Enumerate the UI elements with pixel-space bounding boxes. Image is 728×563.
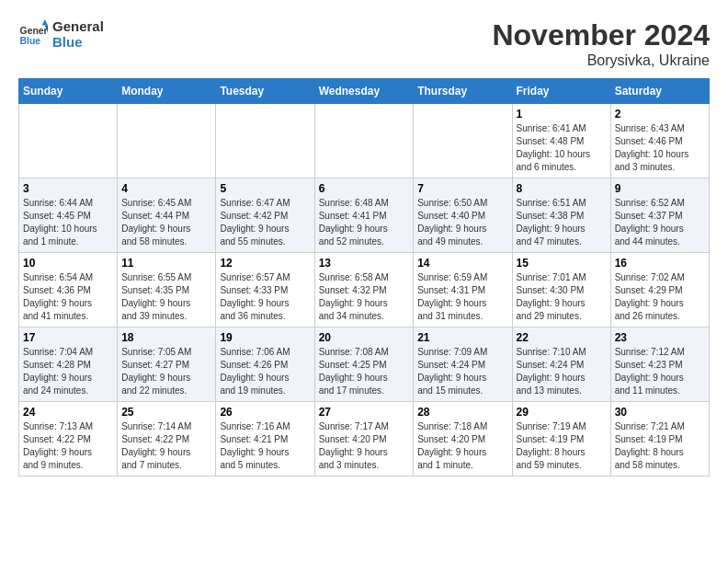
calendar-cell: 22Sunrise: 7:10 AMSunset: 4:24 PMDayligh…	[512, 327, 610, 402]
day-info: Sunrise: 7:13 AMSunset: 4:22 PMDaylight:…	[23, 420, 113, 472]
calendar-cell: 30Sunrise: 7:21 AMSunset: 4:19 PMDayligh…	[610, 402, 709, 477]
calendar-cell	[19, 104, 118, 178]
calendar-cell: 19Sunrise: 7:06 AMSunset: 4:26 PMDayligh…	[216, 327, 314, 402]
day-info: Sunrise: 6:57 AMSunset: 4:33 PMDaylight:…	[220, 271, 310, 323]
calendar-cell	[118, 104, 216, 178]
day-number: 7	[417, 182, 507, 195]
weekday-monday: Monday	[118, 79, 216, 104]
day-info: Sunrise: 6:55 AMSunset: 4:35 PMDaylight:…	[121, 271, 211, 323]
calendar-cell: 2Sunrise: 6:43 AMSunset: 4:46 PMDaylight…	[610, 104, 709, 178]
day-number: 12	[220, 257, 310, 270]
day-number: 6	[319, 182, 410, 195]
calendar-body: 1Sunrise: 6:41 AMSunset: 4:48 PMDaylight…	[19, 104, 710, 477]
day-number: 28	[417, 406, 507, 419]
day-number: 14	[417, 257, 507, 270]
calendar-week-1: 1Sunrise: 6:41 AMSunset: 4:48 PMDaylight…	[19, 104, 710, 178]
day-info: Sunrise: 7:19 AMSunset: 4:19 PMDaylight:…	[517, 420, 607, 472]
day-info: Sunrise: 7:05 AMSunset: 4:27 PMDaylight:…	[121, 346, 211, 397]
day-number: 4	[121, 182, 211, 195]
day-number: 18	[121, 331, 211, 344]
calendar-cell: 3Sunrise: 6:44 AMSunset: 4:45 PMDaylight…	[19, 178, 118, 253]
weekday-sunday: Sunday	[19, 79, 118, 104]
weekday-tuesday: Tuesday	[216, 79, 314, 104]
calendar-cell: 4Sunrise: 6:45 AMSunset: 4:44 PMDaylight…	[118, 178, 216, 253]
day-number: 30	[615, 406, 705, 419]
day-info: Sunrise: 7:09 AMSunset: 4:24 PMDaylight:…	[417, 346, 507, 397]
calendar-week-3: 10Sunrise: 6:54 AMSunset: 4:36 PMDayligh…	[19, 253, 710, 327]
day-info: Sunrise: 7:16 AMSunset: 4:21 PMDaylight:…	[220, 420, 310, 472]
svg-marker-2	[42, 19, 48, 25]
day-info: Sunrise: 6:52 AMSunset: 4:37 PMDaylight:…	[615, 197, 705, 248]
calendar-week-2: 3Sunrise: 6:44 AMSunset: 4:45 PMDaylight…	[19, 178, 710, 253]
calendar-cell: 8Sunrise: 6:51 AMSunset: 4:38 PMDaylight…	[512, 178, 610, 253]
day-number: 13	[319, 257, 410, 270]
day-info: Sunrise: 7:02 AMSunset: 4:29 PMDaylight:…	[615, 271, 705, 323]
calendar-cell: 27Sunrise: 7:17 AMSunset: 4:20 PMDayligh…	[314, 402, 414, 477]
calendar-cell	[414, 104, 512, 178]
day-info: Sunrise: 7:14 AMSunset: 4:22 PMDaylight:…	[121, 420, 211, 472]
day-info: Sunrise: 7:01 AMSunset: 4:30 PMDaylight:…	[517, 271, 607, 323]
day-info: Sunrise: 7:06 AMSunset: 4:26 PMDaylight:…	[220, 346, 310, 397]
day-info: Sunrise: 7:21 AMSunset: 4:19 PMDaylight:…	[615, 420, 705, 472]
weekday-header-row: SundayMondayTuesdayWednesdayThursdayFrid…	[19, 79, 710, 104]
calendar-cell: 13Sunrise: 6:58 AMSunset: 4:32 PMDayligh…	[314, 253, 414, 327]
day-info: Sunrise: 6:54 AMSunset: 4:36 PMDaylight:…	[23, 271, 113, 323]
title-block: November 2024 Borysivka, Ukraine	[492, 18, 710, 69]
calendar-cell: 29Sunrise: 7:19 AMSunset: 4:19 PMDayligh…	[512, 402, 610, 477]
day-number: 17	[23, 331, 113, 344]
svg-text:General: General	[20, 26, 48, 36]
day-info: Sunrise: 7:18 AMSunset: 4:20 PMDaylight:…	[417, 420, 507, 472]
calendar-cell: 26Sunrise: 7:16 AMSunset: 4:21 PMDayligh…	[216, 402, 314, 477]
logo-icon: General Blue	[18, 19, 48, 49]
day-info: Sunrise: 6:50 AMSunset: 4:40 PMDaylight:…	[417, 197, 507, 248]
day-info: Sunrise: 6:41 AMSunset: 4:48 PMDaylight:…	[517, 122, 607, 174]
day-info: Sunrise: 6:43 AMSunset: 4:46 PMDaylight:…	[615, 122, 705, 174]
logo-blue: Blue	[52, 34, 104, 50]
calendar-cell: 9Sunrise: 6:52 AMSunset: 4:37 PMDaylight…	[610, 178, 709, 253]
day-info: Sunrise: 6:59 AMSunset: 4:31 PMDaylight:…	[417, 271, 507, 323]
weekday-saturday: Saturday	[610, 79, 709, 104]
day-number: 5	[220, 182, 310, 195]
day-info: Sunrise: 7:17 AMSunset: 4:20 PMDaylight:…	[319, 420, 410, 472]
day-number: 16	[615, 257, 705, 270]
day-info: Sunrise: 6:45 AMSunset: 4:44 PMDaylight:…	[121, 197, 211, 248]
weekday-thursday: Thursday	[414, 79, 512, 104]
day-number: 10	[23, 257, 113, 270]
day-number: 3	[23, 182, 113, 195]
calendar-cell: 11Sunrise: 6:55 AMSunset: 4:35 PMDayligh…	[118, 253, 216, 327]
calendar-cell: 10Sunrise: 6:54 AMSunset: 4:36 PMDayligh…	[19, 253, 118, 327]
weekday-wednesday: Wednesday	[314, 79, 414, 104]
day-info: Sunrise: 6:58 AMSunset: 4:32 PMDaylight:…	[319, 271, 410, 323]
calendar-week-4: 17Sunrise: 7:04 AMSunset: 4:28 PMDayligh…	[19, 327, 710, 402]
calendar-cell: 5Sunrise: 6:47 AMSunset: 4:42 PMDaylight…	[216, 178, 314, 253]
calendar-cell: 1Sunrise: 6:41 AMSunset: 4:48 PMDaylight…	[512, 104, 610, 178]
calendar-cell: 6Sunrise: 6:48 AMSunset: 4:41 PMDaylight…	[314, 178, 414, 253]
calendar-cell: 18Sunrise: 7:05 AMSunset: 4:27 PMDayligh…	[118, 327, 216, 402]
day-number: 19	[220, 331, 310, 344]
page-header: General Blue General Blue November 2024 …	[18, 18, 710, 69]
day-number: 24	[23, 406, 113, 419]
day-number: 2	[615, 108, 705, 121]
calendar-cell: 12Sunrise: 6:57 AMSunset: 4:33 PMDayligh…	[216, 253, 314, 327]
calendar-cell: 25Sunrise: 7:14 AMSunset: 4:22 PMDayligh…	[118, 402, 216, 477]
day-number: 29	[517, 406, 607, 419]
day-number: 26	[220, 406, 310, 419]
logo-general: General	[52, 18, 104, 34]
day-number: 27	[319, 406, 410, 419]
calendar-week-5: 24Sunrise: 7:13 AMSunset: 4:22 PMDayligh…	[19, 402, 710, 477]
day-number: 20	[319, 331, 410, 344]
day-number: 9	[615, 182, 705, 195]
day-number: 22	[517, 331, 607, 344]
svg-text:Blue: Blue	[20, 36, 41, 46]
logo: General Blue General Blue	[18, 18, 104, 50]
day-info: Sunrise: 7:04 AMSunset: 4:28 PMDaylight:…	[23, 346, 113, 397]
calendar-cell: 20Sunrise: 7:08 AMSunset: 4:25 PMDayligh…	[314, 327, 414, 402]
month-title: November 2024	[492, 18, 710, 52]
calendar-cell	[216, 104, 314, 178]
weekday-friday: Friday	[512, 79, 610, 104]
calendar-cell: 23Sunrise: 7:12 AMSunset: 4:23 PMDayligh…	[610, 327, 709, 402]
location-subtitle: Borysivka, Ukraine	[492, 52, 710, 69]
calendar-cell: 16Sunrise: 7:02 AMSunset: 4:29 PMDayligh…	[610, 253, 709, 327]
day-number: 1	[517, 108, 607, 121]
day-number: 25	[121, 406, 211, 419]
